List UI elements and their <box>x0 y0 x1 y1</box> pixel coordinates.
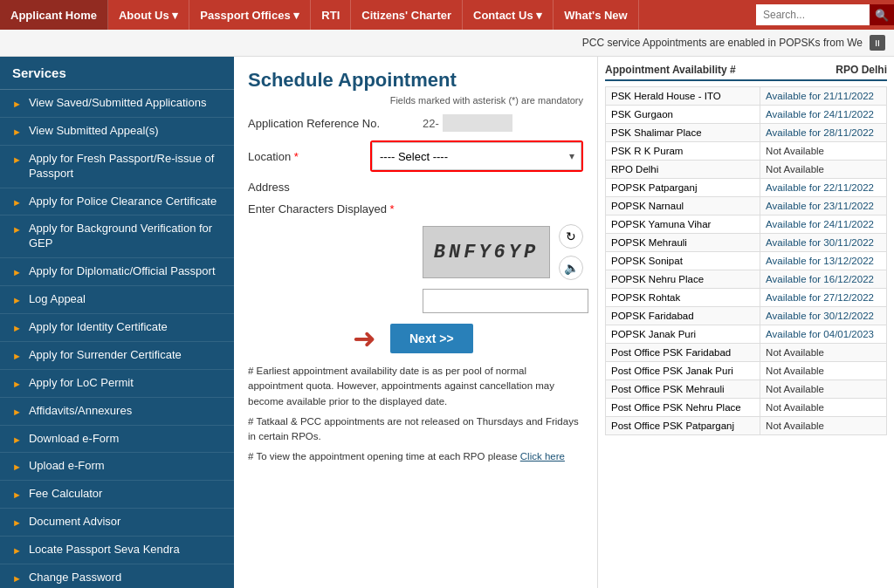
captcha-refresh-icon[interactable]: ↻ <box>559 224 583 249</box>
nav-citizens-charter[interactable]: Citizens' Charter <box>351 0 463 30</box>
sidebar-item-14[interactable]: ►Document Advisor <box>0 509 234 537</box>
address-label: Address <box>248 181 423 194</box>
app-ref-label: Application Reference No. <box>248 117 423 130</box>
red-arrow-icon: ➜ <box>353 322 376 355</box>
ticker-bar: PCC service Appointments are enabled in … <box>0 30 894 57</box>
sidebar-item-8[interactable]: ►Apply for Surrender Certificate <box>0 342 234 370</box>
table-row: RPO DelhiNot Available <box>606 161 887 179</box>
availability-header-rpo: RPO Delhi <box>836 64 887 76</box>
sidebar-item-16[interactable]: ►Change Password <box>0 564 234 588</box>
table-row: PSK Shalimar PlaceAvailable for 28/11/20… <box>606 124 887 142</box>
table-row: PSK GurgaonAvailable for 24/11/2022 <box>606 106 887 124</box>
content-area: Schedule Appointment Fields marked with … <box>234 57 597 588</box>
chevron-right-icon: ► <box>12 223 22 236</box>
sidebar: Services ►View Saved/Submitted Applicati… <box>0 57 234 588</box>
sidebar-item-3[interactable]: ►Apply for Police Clearance Certificate <box>0 188 234 216</box>
location-select-wrapper: ---- Select ----PSK Herald House - ITOPS… <box>370 140 583 172</box>
page-title: Schedule Appointment <box>248 69 583 92</box>
note-2: # To view the appointment opening time a… <box>248 449 580 464</box>
table-row: POPSK RohtakAvailable for 27/12/2022 <box>606 289 887 307</box>
table-row: PSK R K PuramNot Available <box>606 142 887 161</box>
nav-whats-new[interactable]: What's New <box>554 0 638 30</box>
captcha-controls: ↻ 🔈 <box>559 224 583 280</box>
chevron-right-icon: ► <box>12 196 22 209</box>
main-layout: Services ►View Saved/Submitted Applicati… <box>0 57 894 588</box>
nav-contact-us[interactable]: Contact Us ▾ <box>463 0 554 30</box>
chevron-right-icon: ► <box>12 322 22 334</box>
table-row: Post Office PSK MehrauliNot Available <box>606 380 887 399</box>
ticker-pause-button[interactable]: ⏸ <box>870 35 885 51</box>
app-ref-value: 22- <box>423 117 439 130</box>
captcha-input[interactable] <box>423 289 588 313</box>
table-row: POPSK Janak PuriAvailable for 04/01/2023 <box>606 325 887 344</box>
chevron-right-icon: ► <box>12 434 22 446</box>
table-row: Post Office PSK PatparganjNot Available <box>606 417 887 435</box>
right-panel: Appointment Availability # RPO Delhi PSK… <box>597 57 894 588</box>
top-navigation: Applicant Home About Us ▾ Passport Offic… <box>0 0 894 30</box>
chevron-right-icon: ► <box>12 294 22 306</box>
sidebar-items: ►View Saved/Submitted Applications►View … <box>0 90 234 588</box>
chevron-right-icon: ► <box>12 126 22 138</box>
chevron-right-icon: ► <box>12 489 22 501</box>
search-area: 🔍 <box>756 0 894 30</box>
note-0: # Earliest appointment availability date… <box>248 364 580 409</box>
captcha-label: Enter Characters Displayed * <box>248 202 423 215</box>
nav-passport-offices[interactable]: Passport Offices ▾ <box>189 0 311 30</box>
captcha-image: BNFY6YP <box>423 226 550 278</box>
table-row: POPSK FaridabadAvailable for 30/12/2022 <box>606 307 887 325</box>
nav-about-us[interactable]: About Us ▾ <box>108 0 189 30</box>
table-row: Post Office PSK Janak PuriNot Available <box>606 362 887 380</box>
sidebar-item-7[interactable]: ►Apply for Identity Certificate <box>0 314 234 342</box>
availability-header-location: Appointment Availability # <box>605 64 736 76</box>
table-row: POPSK Nehru PlaceAvailable for 16/12/202… <box>606 270 887 289</box>
chevron-right-icon: ► <box>12 98 22 110</box>
sidebar-item-12[interactable]: ►Upload e-Form <box>0 453 234 481</box>
chevron-right-icon: ► <box>12 406 22 418</box>
right-panel-header: Appointment Availability # RPO Delhi <box>605 64 887 81</box>
sidebar-item-13[interactable]: ►Fee Calculator <box>0 481 234 509</box>
chevron-right-icon: ► <box>12 544 22 557</box>
availability-table: PSK Herald House - ITOAvailable for 21/1… <box>605 86 887 435</box>
sidebar-item-5[interactable]: ►Apply for Diplomatic/Official Passport <box>0 258 234 286</box>
table-row: POPSK Yamuna ViharAvailable for 24/11/20… <box>606 215 887 234</box>
chevron-right-icon: ► <box>12 572 22 585</box>
chevron-right-icon: ► <box>12 350 22 362</box>
table-row: PSK Herald House - ITOAvailable for 21/1… <box>606 87 887 106</box>
sidebar-item-2[interactable]: ►Apply for Fresh Passport/Re-issue of Pa… <box>0 146 234 188</box>
ticker-text: PCC service Appointments are enabled in … <box>582 37 863 49</box>
location-label: Location * <box>248 150 370 163</box>
sidebar-item-11[interactable]: ►Download e-Form <box>0 426 234 454</box>
location-row: Location * ---- Select ----PSK Herald Ho… <box>248 140 583 172</box>
chevron-right-icon: ► <box>12 516 22 529</box>
sidebar-item-6[interactable]: ►Log Appeal <box>0 286 234 314</box>
nav-rti[interactable]: RTI <box>311 0 351 30</box>
captcha-area: BNFY6YP ↻ 🔈 <box>423 224 583 280</box>
location-select[interactable]: ---- Select ----PSK Herald House - ITOPS… <box>372 142 581 170</box>
table-row: POPSK NarnaulAvailable for 23/11/2022 <box>606 197 887 215</box>
notes-section: # Earliest appointment availability date… <box>248 364 580 465</box>
sidebar-item-10[interactable]: ►Affidavits/Annexures <box>0 398 234 426</box>
next-button[interactable]: Next >> <box>390 324 473 353</box>
sidebar-item-0[interactable]: ►View Saved/Submitted Applications <box>0 90 234 118</box>
search-input[interactable] <box>756 4 870 25</box>
table-row: POPSK SonipatAvailable for 13/12/2022 <box>606 252 887 270</box>
chevron-right-icon: ► <box>12 266 22 278</box>
mandatory-note: Fields marked with asterisk (*) are mand… <box>248 95 583 106</box>
address-row: Address <box>248 181 583 194</box>
click-here-link[interactable]: Click here <box>520 451 565 462</box>
app-ref-masked <box>443 114 512 132</box>
sidebar-item-15[interactable]: ►Locate Passport Seva Kendra <box>0 537 234 564</box>
captcha-audio-icon[interactable]: 🔈 <box>559 256 583 280</box>
chevron-right-icon: ► <box>12 461 22 473</box>
search-button[interactable]: 🔍 <box>870 4 894 25</box>
nav-applicant-home[interactable]: Applicant Home <box>0 0 108 30</box>
sidebar-item-1[interactable]: ►View Submitted Appeal(s) <box>0 118 234 146</box>
sidebar-item-4[interactable]: ►Apply for Background Verification for G… <box>0 215 234 258</box>
sidebar-item-9[interactable]: ►Apply for LoC Permit <box>0 370 234 398</box>
note-1: # Tatkaal & PCC appointments are not rel… <box>248 414 580 445</box>
app-ref-row: Application Reference No. 22- <box>248 114 583 132</box>
chevron-right-icon: ► <box>12 378 22 390</box>
table-row: Post Office PSK FaridabadNot Available <box>606 344 887 362</box>
next-button-row: ➜ Next >> <box>353 322 583 355</box>
sidebar-header: Services <box>0 57 234 90</box>
